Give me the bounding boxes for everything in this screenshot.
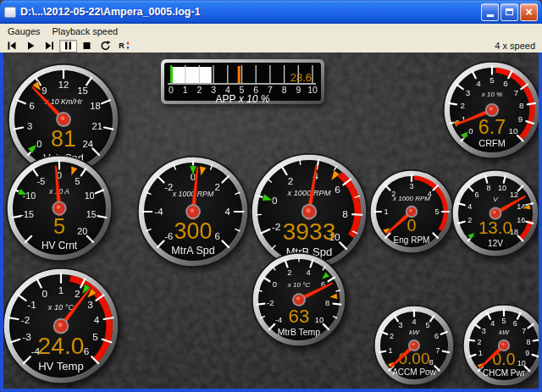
app-window: D:\...\2012-05-22\Ampera_0005.log-1 × Ga… <box>0 0 542 392</box>
svg-text:0: 0 <box>36 139 41 149</box>
gauge-caption: Eng RPM <box>394 235 430 245</box>
gauge-value: 300 <box>174 218 213 244</box>
svg-text:-2: -2 <box>272 221 281 233</box>
svg-text:0: 0 <box>169 85 174 95</box>
skip-start-button[interactable] <box>3 40 21 52</box>
svg-text:4: 4 <box>224 207 230 217</box>
gauge-unit: kW <box>499 329 510 336</box>
gauge-value: 0.00 <box>399 350 430 367</box>
restart-icon <box>100 41 111 51</box>
maximize-button[interactable] <box>501 3 518 21</box>
stop-button[interactable] <box>78 40 96 52</box>
svg-text:8: 8 <box>429 358 434 367</box>
gauge-value: 13.0 <box>478 218 512 237</box>
svg-text:21: 21 <box>92 121 103 131</box>
svg-text:-2: -2 <box>267 298 274 307</box>
gauge-svg-mtra_spd: -6-4-20246x 1000 RPM300MtrA Spd <box>136 154 251 269</box>
gauge-unit: kW <box>409 329 420 336</box>
svg-text:2: 2 <box>215 182 220 192</box>
svg-text:8: 8 <box>342 208 348 220</box>
gauge-unit: x 10 °C <box>47 303 75 312</box>
svg-text:10: 10 <box>498 184 506 192</box>
restart-button[interactable] <box>97 40 114 52</box>
svg-text:-1: -1 <box>27 299 36 311</box>
svg-text:5: 5 <box>501 317 506 325</box>
bar-fill <box>171 67 212 83</box>
svg-text:7: 7 <box>522 327 526 335</box>
speed-label: 4 x speed <box>495 41 542 51</box>
skip-end-button[interactable] <box>41 40 58 52</box>
gauge-caption: HV Crnt <box>41 240 78 251</box>
gauge-unit: x 1000 RPM <box>287 189 331 197</box>
close-button[interactable]: × <box>520 3 538 21</box>
minimize-button[interactable] <box>481 3 499 21</box>
svg-text:-5: -5 <box>37 176 46 186</box>
skip-end-icon <box>44 41 55 51</box>
svg-text:0: 0 <box>272 195 278 207</box>
gauge-eng-rpm: 12345x 1000 RPM0Eng RPM <box>368 168 456 256</box>
svg-text:3: 3 <box>27 121 32 131</box>
svg-text:9: 9 <box>296 85 301 95</box>
svg-text:2: 2 <box>460 101 464 110</box>
svg-text:10: 10 <box>508 126 517 135</box>
bar-gauge-app: 01234567891028.6APP x 10 % <box>161 59 324 104</box>
menu-item-gauges[interactable]: Gauges <box>3 25 47 38</box>
gauge-value: 3933 <box>283 218 336 245</box>
svg-text:4: 4 <box>476 79 481 88</box>
svg-text:4: 4 <box>307 268 311 277</box>
gauge-svg-crfm: 012345678910x 10 %6.7CRFM <box>441 59 539 161</box>
svg-text:6: 6 <box>335 184 340 196</box>
minimize-icon <box>487 14 494 17</box>
menu-bar: GaugesPlayback speed <box>0 24 542 39</box>
svg-text:6: 6 <box>474 190 478 199</box>
svg-text:7: 7 <box>514 88 518 97</box>
window-title: D:\...\2012-05-22\Ampera_0005.log-1 <box>20 6 479 18</box>
svg-text:3: 3 <box>399 321 403 329</box>
svg-text:6: 6 <box>29 101 34 111</box>
svg-text:5: 5 <box>75 176 80 186</box>
svg-text:-2: -2 <box>21 314 30 326</box>
svg-text:4: 4 <box>490 319 495 328</box>
gauge-svg-hv_crnt: -15-10-505101520x 10 A5HV Crnt <box>4 153 114 263</box>
r-updown-icon: R <box>119 41 130 51</box>
menu-item-playback-speed[interactable]: Playback speed <box>47 25 125 38</box>
playback-toolbar: R 4 x speed <box>0 39 542 52</box>
reverse-button[interactable]: R <box>115 40 133 52</box>
svg-text:1: 1 <box>58 284 64 296</box>
title-bar[interactable]: D:\...\2012-05-22\Ampera_0005.log-1 × <box>0 0 542 24</box>
svg-text:0: 0 <box>41 288 47 300</box>
svg-text:3: 3 <box>409 182 413 190</box>
svg-text:8: 8 <box>325 298 329 307</box>
gauge-svg-eng_rpm: 12345x 1000 RPM0Eng RPM <box>368 168 456 256</box>
play-icon <box>25 41 36 51</box>
svg-text:10: 10 <box>315 315 324 324</box>
gauge-svg-v12: 24681012141618V13.012V <box>450 168 539 259</box>
svg-text:1: 1 <box>388 346 392 355</box>
pause-icon <box>63 41 74 51</box>
svg-text:9: 9 <box>518 114 523 124</box>
svg-text:3: 3 <box>87 299 93 311</box>
svg-text:8: 8 <box>486 184 490 192</box>
pause-button[interactable] <box>59 40 77 52</box>
svg-text:1: 1 <box>478 349 483 357</box>
svg-text:6: 6 <box>513 319 517 328</box>
svg-text:6: 6 <box>434 332 439 340</box>
svg-text:14: 14 <box>517 202 525 211</box>
svg-text:-4: -4 <box>154 207 163 217</box>
gauge-caption: ACCM Pow <box>392 367 436 377</box>
gauge-caption: HV Temp <box>38 360 84 373</box>
svg-text:5: 5 <box>434 207 439 216</box>
svg-text:20: 20 <box>77 226 87 236</box>
gauge-crfm: 012345678910x 10 %6.7CRFM <box>441 59 539 161</box>
green-min-marker <box>170 66 173 83</box>
stop-icon <box>81 41 92 51</box>
maximize-icon <box>506 8 513 15</box>
play-button[interactable] <box>22 40 40 52</box>
svg-text:10: 10 <box>307 85 318 95</box>
svg-text:1: 1 <box>183 85 188 95</box>
svg-text:7: 7 <box>436 346 440 355</box>
svg-text:16: 16 <box>517 216 525 224</box>
gauge-caption: MtrA Spd <box>171 245 214 257</box>
svg-text:-4: -4 <box>275 315 282 324</box>
gauge-unit: x 10 % <box>481 91 502 98</box>
